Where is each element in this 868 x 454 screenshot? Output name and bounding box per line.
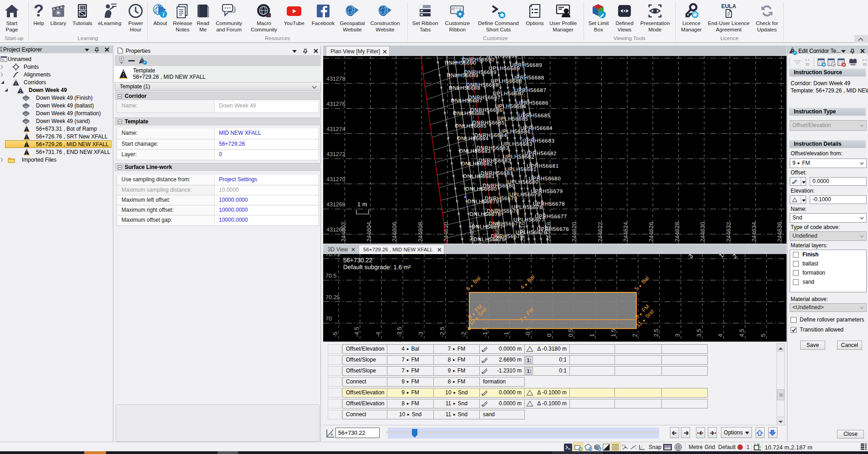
svg-text:-4.5: -4.5 [353, 327, 360, 337]
svg-text:244624: 244624 [622, 222, 629, 242]
svg-text:-2: -2 [460, 332, 467, 337]
svg-text:244632: 244632 [725, 222, 732, 242]
svg-text:244602: 244602 [340, 222, 347, 242]
svg-text:UPRH56682: UPRH56682 [524, 151, 557, 156]
svg-text:0.5: 0.5 [567, 329, 574, 337]
svg-text:i: i [162, 11, 164, 18]
svg-text:?: ? [34, 3, 44, 19]
svg-text:244604: 244604 [365, 222, 372, 242]
svg-text:UPRH56688: UPRH56688 [512, 75, 544, 80]
svg-text:UPRH56684: UPRH56684 [520, 125, 553, 131]
svg-text:UPRH56677: UPRH56677 [535, 214, 567, 219]
svg-text:431272: 431272 [326, 151, 345, 158]
svg-text:244636: 244636 [776, 222, 783, 242]
svg-text:244606: 244606 [391, 222, 398, 242]
svg-text:UPLH56690: UPLH56690 [487, 56, 518, 58]
svg-text:UPRH56676: UPRH56676 [537, 226, 569, 232]
svg-text:UPRH56680: UPRH56680 [528, 176, 561, 181]
svg-text:70.75: 70.75 [325, 254, 340, 258]
svg-text:-1: -1 [503, 332, 510, 337]
svg-text:-3: -3 [417, 332, 424, 337]
svg-text:56+730.22: 56+730.22 [343, 257, 372, 264]
svg-text:-5: -5 [332, 332, 339, 337]
svg-text:70: 70 [325, 316, 332, 322]
svg-text:Default subgrade: 1.6 m²: Default subgrade: 1.6 m² [343, 264, 411, 270]
svg-text:UPRH56681: UPRH56681 [527, 163, 559, 168]
svg-text:431278: 431278 [326, 76, 345, 82]
svg-text:1: 1 [589, 334, 595, 337]
svg-text:3.5: 3.5 [695, 329, 702, 337]
svg-text:244620: 244620 [571, 222, 578, 242]
svg-text:244608: 244608 [417, 222, 424, 242]
svg-text:2.5: 2.5 [653, 329, 660, 337]
svg-text:244626: 244626 [648, 222, 655, 242]
svg-text:UPRH56686: UPRH56686 [516, 100, 548, 106]
svg-text:431276: 431276 [326, 101, 345, 107]
svg-text:5: 5 [760, 334, 766, 337]
svg-text:2: 2 [631, 334, 638, 337]
svg-text:-4: -4 [375, 332, 381, 337]
svg-text:70.25: 70.25 [325, 294, 340, 301]
svg-text:1 m: 1 m [357, 201, 367, 208]
svg-text:431270: 431270 [326, 176, 345, 183]
svg-text:-3.5: -3.5 [396, 327, 403, 337]
svg-text:UPRH56678: UPRH56678 [533, 201, 565, 206]
svg-text:0.1: 0.1 [622, 444, 626, 447]
svg-text:4.5: 4.5 [738, 329, 745, 337]
svg-text:3: 3 [674, 334, 681, 337]
svg-text:244634: 244634 [751, 222, 757, 242]
svg-text:4: 4 [717, 334, 724, 337]
svg-text:431268: 431268 [326, 201, 345, 208]
svg-text:UPRH56679: UPRH56679 [531, 189, 563, 194]
svg-text:70.5: 70.5 [325, 273, 336, 279]
svg-text:UPRH56689: UPRH56689 [510, 62, 543, 68]
svg-text:244622: 244622 [597, 222, 604, 242]
svg-text:431274: 431274 [326, 126, 345, 132]
svg-text:1.5: 1.5 [610, 329, 617, 337]
svg-text:UPRH56685: UPRH56685 [518, 112, 551, 118]
svg-text:0: 0 [546, 334, 553, 337]
svg-text:UPRH56687: UPRH56687 [514, 87, 547, 93]
svg-text:EULA: EULA [721, 3, 736, 10]
svg-text:244628: 244628 [674, 222, 680, 242]
svg-text:UPRH56683: UPRH56683 [523, 138, 555, 143]
svg-text:-2.5: -2.5 [439, 327, 446, 337]
svg-text:244630: 244630 [699, 222, 706, 242]
